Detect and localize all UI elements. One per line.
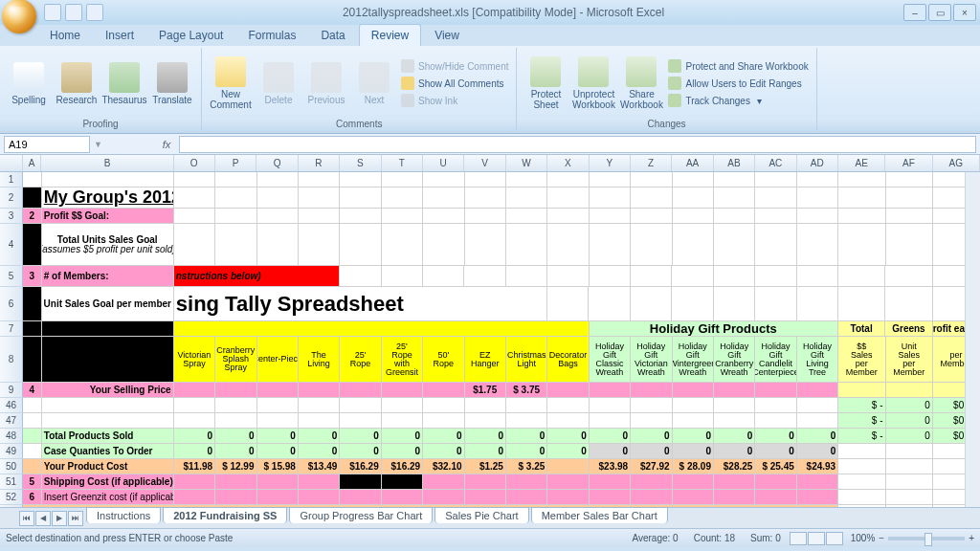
office-button[interactable] [2, 0, 36, 33]
formula-input[interactable] [179, 136, 976, 153]
tab-data[interactable]: Data [309, 25, 356, 46]
cell-area[interactable]: My Group's 2012 Fu2Profit $$ Goal:Total … [23, 172, 980, 507]
minimize-button[interactable]: – [903, 4, 926, 21]
allow-edit-ranges-button[interactable]: Allow Users to Edit Ranges [666, 76, 810, 91]
restore-button[interactable]: ▭ [928, 4, 951, 21]
group-proofing: Spelling Research Thesaurus Translate Pr… [4, 48, 202, 131]
new-comment-button[interactable]: New Comment [208, 50, 254, 117]
qat-redo-icon[interactable] [86, 4, 103, 21]
fx-icon[interactable]: fx [158, 136, 175, 153]
vertical-scrollbar[interactable] [965, 172, 980, 507]
view-pagelayout-button[interactable] [808, 532, 825, 545]
protect-share-button[interactable]: Protect and Share Workbook [666, 58, 810, 74]
status-count: Count: 18 [694, 533, 735, 543]
spelling-button[interactable]: Spelling [6, 50, 52, 117]
row-headers[interactable]: 1234567894647484950515253 [0, 172, 23, 507]
sheet-tab[interactable]: Member Sales Bar Chart [531, 507, 668, 523]
quick-access-toolbar [44, 4, 103, 21]
view-normal-button[interactable] [790, 532, 807, 545]
next-comment-button[interactable]: Next [351, 50, 397, 117]
column-headers[interactable]: ABOPQRSTUVWXYZAAABACADAEAFAG [0, 155, 980, 172]
name-box[interactable]: A19 [4, 136, 90, 153]
sheet-tab[interactable]: Instructions [86, 507, 161, 523]
formula-bar: A19 ▼ fx [0, 134, 980, 155]
ribbon-tabs: Home Insert Page Layout Formulas Data Re… [0, 25, 980, 46]
tab-review[interactable]: Review [359, 24, 421, 46]
zoom-control[interactable]: 100% −+ [851, 533, 974, 543]
group-comments: New Comment Delete Previous Next Show/Hi… [206, 48, 517, 131]
translate-button[interactable]: Translate [149, 50, 195, 117]
sheet-nav-last[interactable]: ⏭ [68, 511, 83, 526]
status-average: Average: 0 [632, 533, 678, 543]
sheet-tab-bar: ⏮ ◀ ▶ ⏭ Instructions2012 Fundraising SSG… [0, 507, 980, 528]
thesaurus-button[interactable]: Thesaurus [101, 50, 147, 117]
tab-formulas[interactable]: Formulas [236, 25, 307, 46]
status-bar: Select destination and press ENTER or ch… [0, 528, 980, 547]
tab-home[interactable]: Home [38, 25, 92, 46]
status-sum: Sum: 0 [750, 533, 781, 543]
tab-pagelayout[interactable]: Page Layout [147, 25, 234, 46]
status-message: Select destination and press ENTER or ch… [6, 533, 233, 543]
sheet-nav-first[interactable]: ⏮ [19, 511, 34, 526]
group-changes: Protect Sheet Unprotect Workbook Share W… [521, 48, 816, 131]
sheet-tab[interactable]: Sales Pie Chart [434, 507, 528, 523]
close-button[interactable]: × [953, 4, 976, 21]
delete-comment-button[interactable]: Delete [256, 50, 301, 117]
tab-insert[interactable]: Insert [94, 25, 145, 46]
unprotect-workbook-button[interactable]: Unprotect Workbook [570, 50, 616, 117]
sheet-tab[interactable]: 2012 Fundraising SS [163, 507, 287, 523]
tab-view[interactable]: View [423, 25, 471, 46]
window-title: 2012tallyspreadsheet.xls [Compatibility … [103, 6, 903, 19]
qat-undo-icon[interactable] [65, 4, 82, 21]
ribbon: Spelling Research Thesaurus Translate Pr… [0, 46, 980, 134]
protect-sheet-button[interactable]: Protect Sheet [523, 50, 568, 117]
share-workbook-button[interactable]: Share Workbook [618, 50, 664, 117]
research-button[interactable]: Research [54, 50, 100, 117]
title-bar: 2012tallyspreadsheet.xls [Compatibility … [0, 0, 980, 25]
sheet-nav-next[interactable]: ▶ [52, 511, 67, 526]
spreadsheet-grid[interactable]: ABOPQRSTUVWXYZAAABACADAEAFAG 12345678946… [0, 155, 980, 507]
show-all-comments-button[interactable]: Show All Comments [399, 76, 510, 91]
qat-save-icon[interactable] [44, 4, 61, 21]
sheet-tab[interactable]: Group Progress Bar Chart [289, 507, 433, 523]
show-ink-button[interactable]: Show Ink [399, 93, 510, 108]
previous-comment-button[interactable]: Previous [303, 50, 349, 117]
sheet-nav-prev[interactable]: ◀ [35, 511, 51, 526]
view-pagebreak-button[interactable] [826, 532, 843, 545]
track-changes-button[interactable]: Track Changes ▾ [666, 93, 810, 108]
zoom-slider[interactable] [888, 537, 965, 540]
show-hide-comment-button[interactable]: Show/Hide Comment [399, 58, 510, 74]
